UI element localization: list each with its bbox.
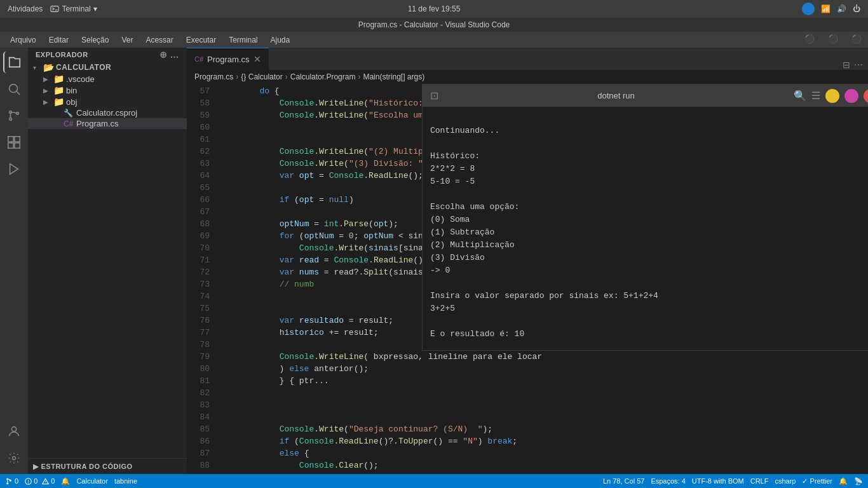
status-bell[interactable]: 🔔: [61, 477, 70, 485]
tab-programcs[interactable]: C# Program.cs ✕: [187, 48, 269, 70]
tab-close-programcs[interactable]: ✕: [254, 54, 261, 64]
terminal-nav-icon: ⊡: [430, 90, 438, 102]
breadcrumb-file[interactable]: Program.cs: [194, 72, 233, 81]
more-editor-actions-icon[interactable]: ⋯: [854, 60, 863, 70]
datetime: 11 de fev 19:55: [408, 4, 461, 13]
svg-point-14: [6, 482, 8, 484]
menu-bar: Arquivo Editar Seleção Ver Acessar Execu…: [0, 32, 868, 48]
explorer-label: EXPLORADOR: [36, 51, 88, 58]
status-language[interactable]: csharp: [775, 477, 796, 485]
window-controls: ⚫ ⚫ ⚫: [797, 32, 868, 46]
term-line-7: [430, 188, 868, 201]
search-icon[interactable]: [3, 78, 25, 100]
maximize-btn[interactable]: ⚫: [821, 32, 844, 46]
structure-header[interactable]: ▶ ESTRUTURA DO CÓDIGO: [28, 458, 187, 474]
status-right: Ln 78, Col 57 Espaços: 4 UTF-8 with BOM …: [603, 477, 863, 485]
editor-area: C# Program.cs ✕ ⊟ ⋯ Program.cs › {} Calc…: [187, 48, 868, 474]
tree-label-obj: obj: [66, 97, 77, 107]
debug-icon[interactable]: [3, 158, 25, 180]
menu-editar[interactable]: Editar: [44, 34, 74, 46]
sidebar-header: EXPLORADOR ⊕ …: [28, 48, 187, 62]
minimize-btn[interactable]: ⚫: [797, 32, 821, 46]
activities-label[interactable]: Atividades: [8, 4, 43, 13]
tree-root-calculator[interactable]: ▾ 📂 CALCULATOR: [28, 62, 187, 73]
code-line-79: Console.WriteLine( bxpressao, lineline p…: [215, 351, 684, 363]
breadcrumb-sep3: ›: [358, 72, 360, 81]
term-line-8: Escolha uma opção:: [430, 201, 868, 214]
status-position[interactable]: Ln 78, Col 57: [603, 477, 644, 485]
status-encoding[interactable]: UTF-8 with BOM: [692, 477, 744, 485]
tree-item-vscode[interactable]: ▶ 📁 .vscode: [28, 73, 187, 85]
split-editor-icon[interactable]: ⊟: [843, 60, 850, 70]
tab-label-programcs: Program.cs: [207, 55, 249, 64]
term-line-9: (0) Soma: [430, 214, 868, 226]
line-num-72: 72: [192, 266, 210, 278]
explorer-icon[interactable]: [3, 51, 25, 73]
status-calculator[interactable]: Calculator: [76, 477, 108, 485]
tree-label-bin: bin: [66, 86, 77, 95]
tree-item-bin[interactable]: ▶ 📁 bin: [28, 85, 187, 96]
status-left: 0 0 0 🔔 Calculator tabnine: [5, 477, 137, 485]
line-num-87: 87: [192, 447, 210, 459]
status-broadcast-icon[interactable]: 📡: [854, 477, 863, 485]
menu-ver[interactable]: Ver: [116, 34, 138, 46]
more-actions-icon[interactable]: …: [170, 50, 180, 60]
status-prettier[interactable]: ✓ Prettier: [802, 477, 832, 485]
line-num-84: 84: [192, 411, 210, 423]
code-line-80: ) else anterior();: [215, 363, 684, 375]
term-line-17: [430, 315, 868, 328]
folder-bin-icon: 📁: [53, 85, 64, 95]
menu-terminal[interactable]: Terminal: [224, 34, 262, 46]
breadcrumb: Program.cs › {} Calculator › Calculator.…: [187, 70, 868, 84]
top-bar: Atividades Terminal ▾ 11 de fev 19:55 📶 …: [0, 0, 868, 18]
svg-line-2: [17, 92, 20, 95]
code-line-86: if (Console.ReadLine()?.ToUpper() == "N"…: [215, 435, 684, 447]
status-eol[interactable]: CRLF: [750, 477, 769, 485]
status-notify-icon[interactable]: 🔔: [839, 477, 848, 485]
folder-open-icon: 📂: [43, 62, 53, 72]
terminal-label[interactable]: Terminal: [62, 4, 90, 13]
accounts-icon[interactable]: [3, 421, 25, 442]
code-line-88: Console.Clear();: [215, 459, 684, 471]
svg-rect-6: [8, 137, 13, 142]
status-errors[interactable]: 0 0: [25, 477, 55, 485]
top-bar-right: 📶 🔊 ⏻: [802, 3, 860, 15]
menu-acessar[interactable]: Acessar: [140, 34, 178, 46]
source-control-icon[interactable]: [3, 105, 25, 126]
menu-arquivo[interactable]: Arquivo: [5, 34, 41, 46]
terminal-search-icon[interactable]: 🔍: [794, 90, 806, 102]
tree-arrow-obj: ▶: [43, 98, 53, 105]
term-line-13: -> 0: [430, 264, 868, 277]
terminal-close-btn[interactable]: [864, 89, 868, 103]
terminal-minimize-btn[interactable]: [825, 89, 839, 103]
cs-file-icon: C#: [64, 119, 74, 128]
status-spaces[interactable]: Espaços: 4: [651, 477, 685, 485]
close-btn[interactable]: ⚫: [844, 32, 868, 46]
line-num-76: 76: [192, 315, 210, 327]
settings-icon[interactable]: [3, 447, 25, 469]
menu-executar[interactable]: Executar: [181, 34, 221, 46]
tree-item-programcs[interactable]: ▶ C# Program.cs: [28, 118, 187, 129]
code-line-85: Console.Write("Deseja continuar? (S/N) "…: [215, 423, 684, 435]
status-branch[interactable]: 0: [5, 477, 18, 485]
line-num-62: 62: [192, 146, 210, 158]
extensions-icon[interactable]: [3, 132, 25, 153]
line-num-79: 79: [192, 351, 210, 363]
line-num-71: 71: [192, 254, 210, 266]
tree-item-csproj[interactable]: ▶ 🔧 Calculator.csproj: [28, 107, 187, 118]
menu-selecao[interactable]: Seleção: [76, 34, 114, 46]
breadcrumb-class[interactable]: Calculator.Program: [290, 72, 356, 81]
status-tabnine[interactable]: tabnine: [114, 477, 137, 485]
code-editor: 57 58 59 60 61 62 63 64 65 66 67 68 69 7…: [187, 84, 868, 474]
term-line-19: [430, 341, 868, 350]
new-file-icon[interactable]: ⊕: [159, 50, 168, 60]
title-bar: Program.cs - Calculator - Visual Studio …: [0, 18, 868, 32]
terminal-menu-icon[interactable]: ☰: [811, 90, 820, 102]
breadcrumb-method[interactable]: Main(string[] args): [363, 72, 424, 81]
terminal-maximize-btn[interactable]: [844, 89, 858, 103]
tree-item-obj[interactable]: ▶ 📁 obj: [28, 96, 187, 107]
sidebar: EXPLORADOR ⊕ … ▾ 📂 CALCULATOR ▶ 📁 .vscod…: [28, 48, 187, 474]
menu-ajuda[interactable]: Ajuda: [266, 34, 295, 46]
line-num-58: 58: [192, 97, 210, 109]
breadcrumb-ns[interactable]: {} Calculator: [241, 72, 282, 81]
